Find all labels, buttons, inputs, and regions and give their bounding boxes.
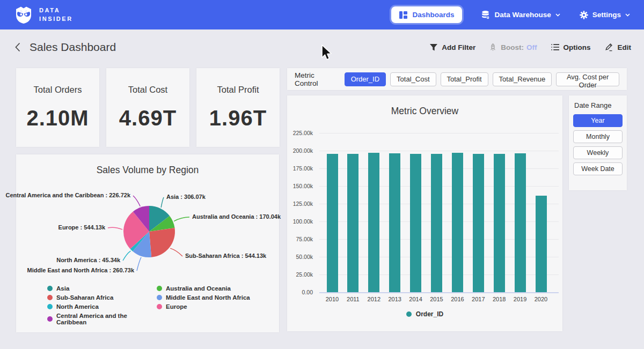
legend-item: North America [47,303,152,310]
legend-item: Europe [157,303,250,310]
metric-control-bar: Metric Control Order_IDTotal_CostTotal_P… [287,68,627,90]
settings-menu[interactable]: Settings [580,11,630,19]
filter-icon [430,44,437,51]
y-axis-tick-label: 0.00 [287,289,313,295]
x-axis-tick-label: 2018 [489,296,509,302]
page-title: Sales Dashboard [30,41,116,54]
kpi-value: 1.96T [196,106,280,130]
bar[interactable] [536,196,547,292]
metric-option-button[interactable]: Avg. Cost per Order [556,72,619,86]
bar[interactable] [368,153,379,292]
bar[interactable] [473,154,484,292]
pie-callout-label: Middle East and North Africa : 260.73k [27,267,134,273]
metric-option-button[interactable]: Total_Revenue [493,72,552,86]
kpi-label: Total Profit [196,85,280,95]
x-axis-tick-label: 2019 [510,296,530,302]
pie-callout-label: Asia : 306.07k [166,194,206,200]
y-axis-tick-label: 175.00k [287,165,313,172]
pie-callout-line [108,227,122,229]
settings-label: Settings [592,11,621,19]
kpi-value: 2.10M [16,106,99,130]
brand-text: DATA INSIDER [39,6,73,24]
legend-item: Central America and the Caribbean [47,313,152,325]
pie-callout-line [174,217,189,221]
brand-line2: INSIDER [39,15,73,24]
pie-callout-label: Europe : 544.13k [58,224,105,231]
back-button[interactable] [13,40,23,54]
pie-slice[interactable] [149,228,175,257]
legend-label: Sub-Saharan Africa [56,294,113,301]
data-warehouse-menu[interactable]: Data Warehouse [481,11,560,19]
y-axis-tick-label: 200.00k [287,147,313,154]
legend-label: North America [56,303,99,310]
bar-chart-plot: 225.00k200.00k175.00k150.00k125.00k100.0… [287,95,562,331]
metric-control-options: Order_IDTotal_CostTotal_ProfitTotal_Reve… [345,72,619,86]
legend-marker [157,286,162,291]
pie-callout-line [123,251,130,261]
mouse-cursor [321,44,333,62]
data-warehouse-label: Data Warehouse [494,11,551,19]
pie-callout-line [137,257,141,271]
metric-control-label: Metric Control [295,71,338,87]
bar-chart-legend: Order_ID [287,310,562,318]
legend-marker [406,311,412,317]
bar[interactable] [494,154,505,292]
kpi-label: Total Orders [16,85,99,95]
date-range-option-button[interactable]: Week Date [573,162,623,175]
options-button[interactable]: Options [551,43,591,51]
metric-option-button[interactable]: Total_Cost [390,72,436,86]
y-axis-tick-label: 100.00k [287,218,313,225]
sales-volume-card: Sales Volume by Region Asia : 306.07kAus… [16,154,279,332]
bar[interactable] [452,153,463,292]
y-axis-tick-label: 125.00k [287,201,313,207]
date-range-option-button[interactable]: Monthly [573,130,623,143]
bar[interactable] [410,154,421,292]
date-range-option-button[interactable]: Weekly [573,146,623,159]
boost-toggle[interactable]: Boost: Off [489,43,537,51]
y-axis-tick-label: 25.00k [287,271,313,278]
pie-callout-line [133,196,140,206]
pie-callout-line [161,197,164,207]
x-axis-tick-label: 2017 [468,296,488,302]
legend-marker [47,316,53,322]
boost-label: Boost: [501,43,524,51]
bar[interactable] [389,153,400,292]
legend-item: Asia [47,285,152,292]
legend-item: Middle East and North Africa [157,294,250,301]
legend-marker [157,304,162,309]
kpi-value: 4.69T [106,106,189,130]
dashboards-button[interactable]: Dashboards [391,6,462,23]
legend-marker [47,304,53,309]
bar[interactable] [431,154,442,292]
y-axis-tick-label: 50.00k [287,254,313,260]
bar[interactable] [515,153,526,292]
gridline [319,151,559,151]
brand-logo[interactable]: DATA INSIDER [14,5,73,25]
legend-label: Asia [56,285,69,292]
metric-option-button[interactable]: Total_Profit [441,72,488,86]
kpi-card: Total Cost4.69T [106,68,189,147]
legend-item: Australia and Oceania [157,285,250,292]
add-filter-button[interactable]: Add Filter [430,43,475,51]
y-axis-tick-label: 75.00k [287,236,313,242]
pie-callout-line [170,248,182,256]
x-axis-tick-label: 2011 [343,296,363,302]
bar[interactable] [347,154,358,292]
kpi-card: Total Profit1.96T [196,68,280,147]
kpi-row: Total Orders2.10MTotal Cost4.69TTotal Pr… [16,68,280,147]
date-range-option-button[interactable]: Year [573,114,623,127]
bar[interactable] [327,154,338,292]
options-label: Options [564,43,591,51]
legend-marker [47,295,53,300]
legend-label: Central America and the Caribbean [56,313,152,325]
edit-button[interactable]: Edit [605,43,632,51]
chevron-down-icon [625,13,630,17]
owl-logo-icon [14,5,33,25]
legend-label: Order_ID [416,310,443,318]
pie-callout-label: Australia and Oceania : 170.04k [192,213,281,220]
metric-option-button[interactable]: Order_ID [345,72,386,86]
x-axis-tick-label: 2012 [364,296,384,302]
legend-marker [157,295,162,300]
y-axis-tick-label: 150.00k [287,183,313,189]
chevron-down-icon [555,13,560,17]
